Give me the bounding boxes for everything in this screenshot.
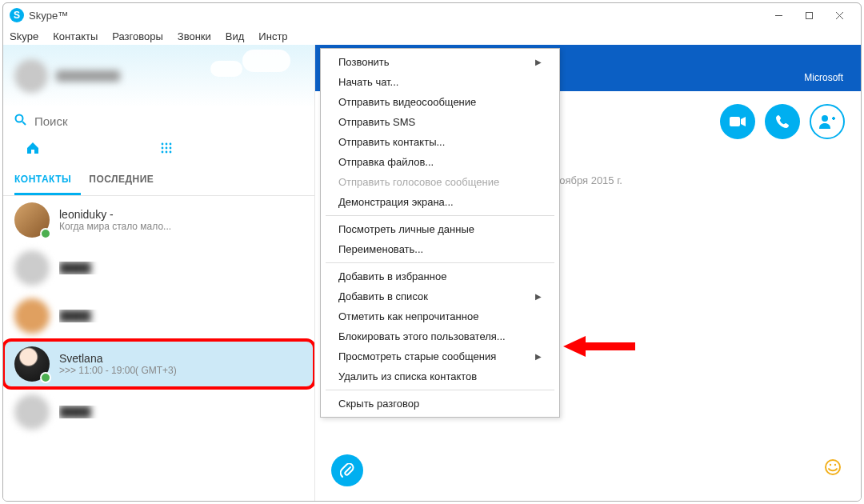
maximize-button[interactable] xyxy=(794,4,824,26)
menu-bar: Skype Контакты Разговоры Звонки Вид Инст… xyxy=(3,27,861,45)
svg-rect-15 xyxy=(730,117,740,126)
svg-point-8 xyxy=(170,143,172,146)
menu-calls[interactable]: Звонки xyxy=(178,30,211,42)
own-avatar xyxy=(14,59,48,93)
svg-point-9 xyxy=(162,147,164,150)
smiley-icon xyxy=(824,458,842,476)
skype-logo-icon: S xyxy=(10,8,24,22)
contact-name: ████ xyxy=(59,310,303,322)
contact-name: ████ xyxy=(59,262,303,274)
menu-item-view-profile[interactable]: Посмотреть личные данные xyxy=(321,219,559,239)
minimize-icon xyxy=(774,11,783,20)
contact-row-selected[interactable]: Svetlana >>> 11:00 - 19:00( GMT+3) xyxy=(3,340,314,388)
add-person-icon xyxy=(818,114,836,129)
own-name xyxy=(56,70,120,82)
contact-status: >>> 11:00 - 19:00( GMT+3) xyxy=(59,365,303,376)
svg-rect-1 xyxy=(806,12,812,18)
submenu-arrow-icon: ▶ xyxy=(535,292,542,301)
submenu-arrow-icon: ▶ xyxy=(535,352,542,361)
svg-point-14 xyxy=(170,151,172,154)
menu-item-add-list[interactable]: Добавить в список▶ xyxy=(321,286,559,306)
svg-point-20 xyxy=(830,464,831,466)
contact-row[interactable]: leoniduky - Когда мира стало мало... xyxy=(3,196,314,244)
contact-status: Когда мира стало мало... xyxy=(59,221,303,232)
svg-point-6 xyxy=(162,143,164,146)
svg-point-11 xyxy=(170,147,172,150)
menu-separator xyxy=(326,262,554,263)
svg-point-19 xyxy=(826,460,840,474)
menu-item-hide-conversation[interactable]: Скрыть разговор xyxy=(321,394,559,414)
menu-item-block-user[interactable]: Блокировать этого пользователя... xyxy=(321,326,559,346)
svg-line-5 xyxy=(22,122,26,125)
contact-row[interactable]: ████ xyxy=(3,292,314,340)
cloud-decoration xyxy=(210,61,242,77)
svg-point-21 xyxy=(834,464,836,466)
avatar xyxy=(14,250,50,286)
search-icon xyxy=(14,114,26,128)
svg-point-4 xyxy=(16,115,23,122)
emoji-button[interactable] xyxy=(824,458,842,480)
app-window: S Skype™ Skype Контакты Разговоры Звонки… xyxy=(2,2,862,502)
sidebar: КОНТАКТЫ ПОСЛЕДНИЕ leoniduky - Когда мир… xyxy=(3,45,315,501)
search-row xyxy=(3,107,314,136)
cloud-decoration xyxy=(242,50,290,72)
window-title: Skype™ xyxy=(29,10,68,22)
svg-point-12 xyxy=(162,151,164,154)
menu-item-send-contacts[interactable]: Отправить контакты... xyxy=(321,132,559,152)
title-bar: S Skype™ xyxy=(3,3,861,27)
annotation-arrow-icon xyxy=(563,334,635,358)
tab-recent[interactable]: ПОСЛЕДНИЕ xyxy=(89,167,163,195)
menu-item-rename[interactable]: Переименовать... xyxy=(321,239,559,259)
add-contact-button[interactable] xyxy=(810,104,845,139)
profile-area[interactable] xyxy=(3,45,314,107)
avatar xyxy=(14,298,50,334)
video-call-button[interactable] xyxy=(720,104,755,139)
menu-item-send-files[interactable]: Отправка файлов... xyxy=(321,152,559,172)
menu-item-view-old-messages[interactable]: Просмотреть старые сообщения▶ xyxy=(321,346,559,366)
tab-contacts[interactable]: КОНТАКТЫ xyxy=(14,167,81,195)
menu-separator xyxy=(326,390,554,390)
close-icon xyxy=(835,11,844,20)
audio-call-button[interactable] xyxy=(765,104,800,139)
svg-point-13 xyxy=(166,151,168,154)
maximize-icon xyxy=(805,11,814,20)
menu-skype[interactable]: Skype xyxy=(10,30,38,42)
status-online-icon xyxy=(40,228,51,239)
contact-list: leoniduky - Когда мира стало мало... ███… xyxy=(3,196,314,501)
menu-item-send-sms[interactable]: Отправить SMS xyxy=(321,112,559,132)
sidebar-tabs: КОНТАКТЫ ПОСЛЕДНИЕ xyxy=(3,167,314,196)
menu-item-screen-share[interactable]: Демонстрация экрана... xyxy=(321,192,559,212)
contact-name: Svetlana xyxy=(59,352,303,365)
close-button[interactable] xyxy=(824,4,854,26)
menu-item-send-voice: Отправить голосовое сообщение xyxy=(321,172,559,192)
menu-item-start-chat[interactable]: Начать чат... xyxy=(321,72,559,92)
menu-item-add-favorite[interactable]: Добавить в избранное xyxy=(321,266,559,286)
menu-item-remove-contact[interactable]: Удалить из списка контактов xyxy=(321,366,559,386)
home-icon[interactable] xyxy=(26,141,40,159)
video-icon xyxy=(730,116,746,127)
menu-conversations[interactable]: Разговоры xyxy=(112,30,163,42)
avatar xyxy=(14,202,50,238)
search-input[interactable] xyxy=(34,114,303,128)
contact-name: leoniduky - xyxy=(59,208,303,221)
svg-point-16 xyxy=(822,115,828,122)
svg-point-7 xyxy=(166,143,168,146)
menu-item-send-video[interactable]: Отправить видеосообщение xyxy=(321,92,559,112)
paperclip-icon xyxy=(340,463,354,478)
menu-item-call[interactable]: Позвонить▶ xyxy=(321,52,559,72)
attach-button[interactable] xyxy=(331,454,363,486)
menu-tools[interactable]: Инстр xyxy=(258,30,287,42)
menu-separator xyxy=(326,215,554,216)
microsoft-label: Microsoft xyxy=(804,72,843,83)
sidebar-nav xyxy=(3,136,314,167)
menu-item-mark-unread[interactable]: Отметить как непрочитанное xyxy=(321,306,559,326)
context-menu: Позвонить▶ Начать чат... Отправить видео… xyxy=(320,48,560,418)
menu-view[interactable]: Вид xyxy=(226,30,245,42)
dialpad-icon[interactable] xyxy=(160,142,173,158)
minimize-button[interactable] xyxy=(763,4,794,26)
contact-row[interactable]: ████ xyxy=(3,244,314,292)
avatar xyxy=(14,346,50,382)
menu-contacts[interactable]: Контакты xyxy=(53,30,98,42)
contact-row[interactable]: ████ xyxy=(3,388,314,436)
contact-name: ████ xyxy=(59,406,303,418)
